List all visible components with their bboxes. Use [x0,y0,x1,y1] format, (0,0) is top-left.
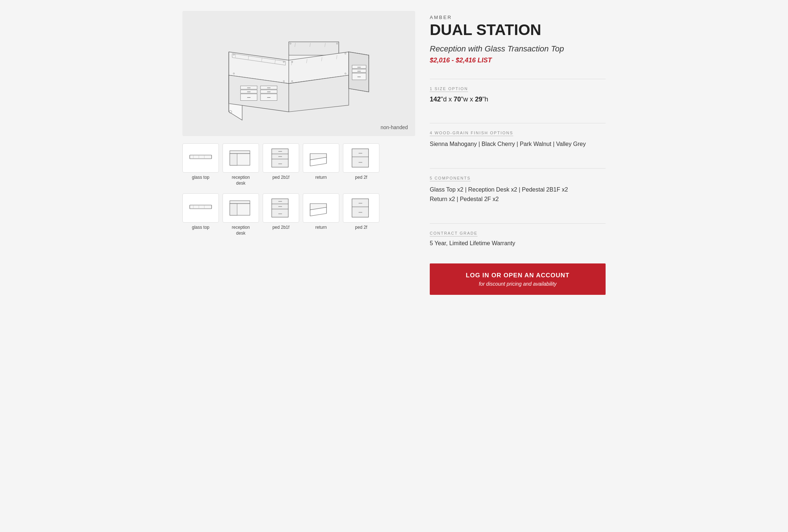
warranty-section-label: CONTRACT GRADE [430,231,478,236]
cta-sub-text: for discount pricing and availability [437,281,598,287]
svg-rect-58 [230,154,237,165]
warranty-section: CONTRACT GRADE 5 Year, Limited Lifetime … [430,230,606,257]
dimensions-display: 142"d x 70"w x 29"h [430,96,606,103]
svg-rect-28 [240,86,257,89]
svg-rect-42 [352,73,366,80]
svg-rect-79 [230,201,250,204]
product-title: DUAL STATION [430,22,606,38]
svg-marker-89 [310,204,327,210]
svg-rect-81 [230,204,237,215]
login-cta-button[interactable]: LOG IN OR OPEN AN ACCOUNT for discount p… [430,263,606,295]
thumb-ped-2f-2[interactable]: ped 2f [343,193,379,236]
svg-rect-72 [352,157,368,167]
svg-rect-75 [190,205,212,209]
svg-rect-41 [352,69,366,73]
thumb-ped-2b1f-2-label: ped 2b1f [273,225,290,231]
non-handed-label: non-handed [381,124,408,130]
components-section: 5 COMPONENTS Glass Top x2 | Reception De… [430,174,606,211]
finishes-text: Sienna Mahogany | Black Cherry | Park Wa… [430,140,606,149]
svg-rect-71 [352,149,368,157]
price-range: $2,016 - $2,416 LIST [430,57,606,64]
thumb-reception-desk-2-label: receptiondesk [232,225,250,236]
svg-line-92 [310,213,327,216]
thumb-ped-2b1f-1[interactable]: ped 2b1f [263,143,299,186]
svg-rect-85 [272,209,288,217]
brand-label: AMBER [430,15,606,20]
product-image-container: non-handed [182,11,415,136]
svg-rect-56 [230,151,250,154]
right-panel: AMBER DUAL STATION Reception with Glass … [430,11,606,295]
svg-rect-29 [240,90,257,93]
svg-rect-95 [352,207,368,217]
thumb-reception-desk-1-label: receptiondesk [232,175,250,186]
svg-rect-35 [260,90,277,93]
thumbnails-row-1: glass top receptiondesk [182,143,415,186]
product-illustration [222,22,375,125]
thumb-return-1[interactable]: return [303,143,339,186]
components-section-label: 5 COMPONENTS [430,176,471,181]
svg-rect-36 [260,94,277,100]
thumb-ped-2b1f-1-label: ped 2b1f [273,175,290,181]
size-section-label: 1 SIZE OPTION [430,86,468,92]
svg-marker-66 [310,154,327,160]
thumb-ped-2f-1-label: ped 2f [355,175,367,181]
svg-rect-30 [240,94,257,100]
cta-main-text: LOG IN OR OPEN AN ACCOUNT [437,271,598,280]
thumb-glass-top-2[interactable]: glass top [182,193,219,236]
left-panel: non-handed glass top [182,11,415,295]
thumb-return-1-label: return [315,175,327,181]
thumb-ped-2f-1[interactable]: ped 2f [343,143,379,186]
svg-rect-40 [352,65,366,69]
finish-section-label: 4 WOOD-GRAIN FINISH OPTIONS [430,131,513,136]
thumb-return-2-label: return [315,225,327,231]
thumb-ped-2b1f-2[interactable]: ped 2b1f [263,193,299,236]
svg-rect-52 [190,155,212,159]
thumb-glass-top-1[interactable]: glass top [182,143,219,186]
svg-rect-94 [352,199,368,207]
thumb-glass-top-1-label: glass top [192,175,209,181]
svg-rect-34 [260,86,277,89]
svg-marker-5 [289,42,339,55]
svg-line-69 [310,163,327,166]
thumb-glass-top-2-label: glass top [192,225,209,231]
svg-rect-62 [272,159,288,167]
finish-section: 4 WOOD-GRAIN FINISH OPTIONS Sienna Mahog… [430,129,606,156]
product-subtitle: Reception with Glass Transaction Top [430,44,606,54]
thumb-reception-desk-1[interactable]: receptiondesk [223,143,259,186]
components-text: Glass Top x2 | Reception Desk x2 | Pedes… [430,185,606,204]
thumb-return-2[interactable]: return [303,193,339,236]
warranty-text: 5 Year, Limited Lifetime Warranty [430,240,606,247]
thumb-reception-desk-2[interactable]: receptiondesk [223,193,259,236]
thumbnails-row-2: glass top receptiondesk [182,193,415,236]
thumb-ped-2f-2-label: ped 2f [355,225,367,231]
size-section: 1 SIZE OPTION 142"d x 70"w x 29"h [430,85,606,111]
